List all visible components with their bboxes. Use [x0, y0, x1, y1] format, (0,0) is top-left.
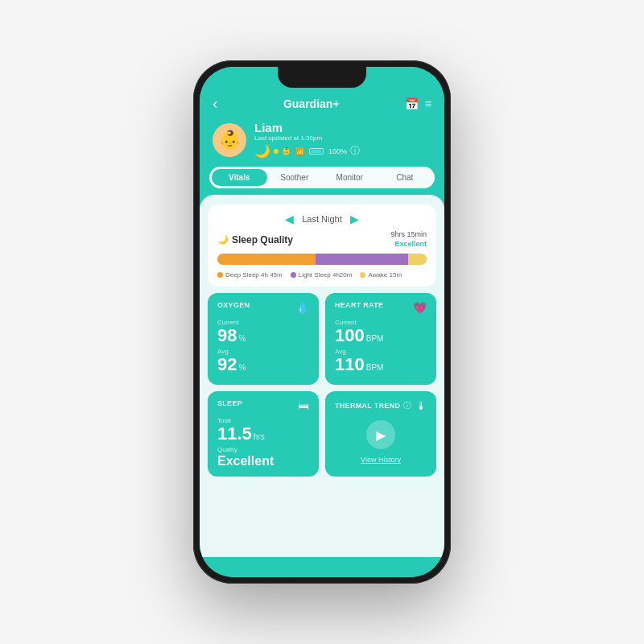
tab-soother[interactable]: Soother — [267, 169, 323, 186]
profile-name: Liam — [254, 121, 431, 134]
phone-inner: ‹ Guardian+ 📅 ≡ 👶 Liam Last updated at 1… — [200, 67, 444, 577]
status-dot — [274, 149, 279, 154]
deep-sleep-bar — [217, 254, 316, 265]
awake-label: Awake 15m — [368, 271, 402, 279]
thermal-title: Thermal Trend — [335, 402, 400, 410]
heart-rate-icon: 💗 — [413, 301, 427, 314]
heart-rate-title: Heart Rate — [335, 301, 383, 309]
heart-rate-current-label: Current — [335, 319, 427, 326]
oxygen-card-header: Oxygen 💧 — [217, 301, 309, 314]
sleep-header: 🌙 Sleep Quality 9hrs 15min Excellent — [217, 230, 427, 249]
avatar: 👶 — [213, 123, 246, 157]
diaper-icon: 👶 — [282, 147, 291, 155]
tabs-container: Vitals Soother Monitor Chat — [200, 167, 444, 195]
profile-status-row: 🌙 👶 📶 100% ⓘ — [254, 143, 431, 159]
oxygen-current-unit: % — [238, 334, 246, 343]
settings-icon[interactable]: ≡ — [425, 97, 431, 110]
light-sleep-bar — [316, 254, 407, 265]
light-sleep-dot — [291, 272, 296, 278]
awake-dot — [360, 272, 365, 278]
view-history-link[interactable]: View History — [335, 456, 427, 464]
stats-grid: Oxygen 💧 Current 98 % Avg 92 % — [208, 293, 436, 477]
oxygen-title: Oxygen — [217, 301, 250, 309]
heart-rate-card: Heart Rate 💗 Current 100 BPM Avg 110 — [325, 293, 436, 385]
oxygen-current-label: Current — [217, 319, 309, 326]
tabs: Vitals Soother Monitor Chat — [209, 167, 435, 188]
oxygen-avg-label: Avg — [217, 348, 309, 355]
awake-bar — [408, 254, 427, 265]
profile-info: Liam Last updated at 1:36pm 🌙 👶 📶 100% ⓘ — [254, 121, 431, 159]
sleep-total-value-row: 11.5 hrs — [217, 425, 309, 443]
back-button[interactable]: ‹ — [213, 94, 218, 113]
sleep-quality-badge: Excellent — [390, 240, 427, 250]
oxygen-card: Oxygen 💧 Current 98 % Avg 92 % — [208, 293, 319, 385]
prev-night-button[interactable]: ◀ — [285, 213, 294, 225]
status-icons: 👶 📶 100% — [282, 147, 347, 155]
header-icons: 📅 ≡ — [405, 97, 431, 110]
sleep-quality-label: Quality — [217, 446, 309, 453]
oxygen-icon: 💧 — [295, 301, 309, 314]
wifi-icon: 📶 — [295, 147, 304, 155]
sleep-total-unit: hrs — [254, 432, 265, 441]
sleep-title-text: Sleep Quality — [232, 234, 293, 246]
profile-row: 👶 Liam Last updated at 1:36pm 🌙 👶 📶 100% — [200, 118, 444, 167]
oxygen-current-value: 98 — [217, 327, 237, 345]
thermal-card-header: Thermal Trend ⓘ 🌡 — [335, 399, 427, 412]
sleep-quality-card: ◀ Last Night ▶ 🌙 Sleep Quality 9hrs 15mi… — [208, 204, 436, 287]
sleep-icon: 🌙 — [254, 143, 270, 159]
notch — [278, 67, 366, 88]
thermal-title-row: Thermal Trend ⓘ — [335, 400, 411, 411]
tab-chat[interactable]: Chat — [378, 169, 433, 186]
content-area: ◀ Last Night ▶ 🌙 Sleep Quality 9hrs 15mi… — [200, 195, 444, 557]
sleep-quality-value: Excellent — [217, 454, 309, 469]
sleep-bar — [217, 254, 427, 265]
sleep-duration: 9hrs 15min Excellent — [390, 230, 427, 249]
sleep-title: 🌙 Sleep Quality — [217, 234, 293, 246]
sleep-nav-label: Last Night — [302, 214, 342, 224]
thermometer-icon: 🌡 — [415, 399, 427, 412]
battery-label: 100% — [328, 147, 347, 155]
tab-vitals[interactable]: Vitals — [212, 169, 267, 186]
sleep-stat-title: Sleep — [217, 399, 242, 407]
app-title: Guardian+ — [283, 97, 340, 110]
oxygen-avg-value-row: 92 % — [217, 356, 309, 374]
sleep-total-label: Total — [217, 417, 309, 424]
sleep-stat-card: Sleep 🛏 Total 11.5 hrs Quality Excellent — [208, 391, 319, 477]
moon-icon: 🌙 — [217, 234, 229, 245]
heart-rate-avg-row: Avg 110 BPM — [335, 348, 427, 374]
oxygen-avg-unit: % — [238, 363, 246, 372]
sleep-duration-value: 9hrs 15min — [390, 230, 427, 240]
thermal-info-icon: ⓘ — [403, 400, 411, 411]
header: ‹ Guardian+ 📅 ≡ — [200, 88, 444, 118]
calendar-icon[interactable]: 📅 — [405, 97, 419, 110]
heart-rate-avg-value-row: 110 BPM — [335, 356, 427, 374]
sleep-nav: ◀ Last Night ▶ — [217, 213, 427, 225]
thermal-card: Thermal Trend ⓘ 🌡 ▶ View History — [325, 391, 436, 477]
light-sleep-legend: Light Sleep 4h20m — [291, 271, 353, 279]
screen: ‹ Guardian+ 📅 ≡ 👶 Liam Last updated at 1… — [200, 67, 444, 577]
sleep-total-value: 11.5 — [217, 425, 252, 443]
tab-monitor[interactable]: Monitor — [322, 169, 378, 186]
heart-rate-current-value-row: 100 BPM — [335, 327, 427, 345]
sleep-stat-icon: 🛏 — [298, 399, 309, 412]
battery-icon — [309, 148, 324, 155]
deep-sleep-label: Deep Sleep 4h 45m — [225, 271, 283, 279]
sleep-legend: Deep Sleep 4h 45m Light Sleep 4h20m Awak… — [217, 271, 427, 279]
light-sleep-label: Light Sleep 4h20m — [299, 271, 353, 279]
info-icon[interactable]: ⓘ — [350, 144, 360, 158]
oxygen-avg-value: 92 — [217, 356, 237, 374]
heart-rate-card-header: Heart Rate 💗 — [335, 301, 427, 314]
last-updated: Last updated at 1:36pm — [254, 134, 431, 142]
deep-sleep-dot — [217, 272, 223, 278]
awake-legend: Awake 15m — [360, 271, 402, 279]
thermal-play-button[interactable]: ▶ — [366, 420, 395, 449]
heart-rate-avg-value: 110 — [335, 356, 365, 374]
heart-rate-avg-label: Avg — [335, 348, 427, 355]
sleep-stat-card-header: Sleep 🛏 — [217, 399, 309, 412]
heart-rate-current-value: 100 — [335, 327, 365, 345]
heart-rate-current-unit: BPM — [366, 334, 384, 343]
heart-rate-avg-unit: BPM — [366, 363, 384, 372]
next-night-button[interactable]: ▶ — [350, 213, 359, 225]
phone-shell: ‹ Guardian+ 📅 ≡ 👶 Liam Last updated at 1… — [193, 60, 451, 584]
oxygen-avg-row: Avg 92 % — [217, 348, 309, 374]
